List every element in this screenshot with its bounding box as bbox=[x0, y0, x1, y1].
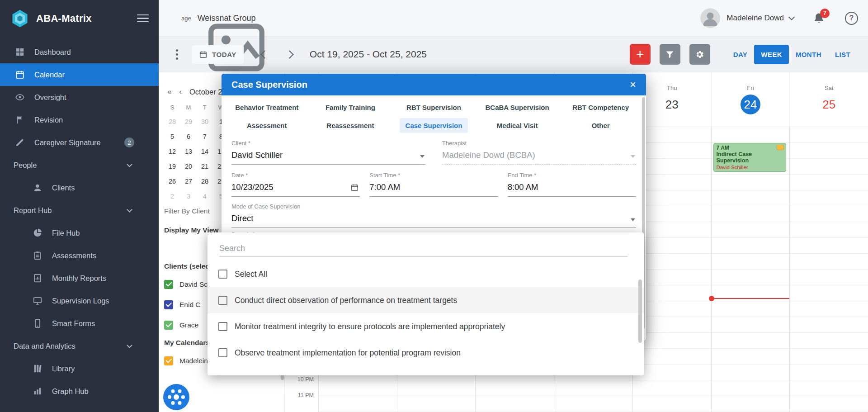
sidebar-item[interactable]: Assessments bbox=[0, 244, 159, 267]
settings-button[interactable] bbox=[689, 44, 710, 65]
mini-calendar-day[interactable]: 3 bbox=[180, 189, 197, 204]
client-checkbox[interactable] bbox=[164, 300, 173, 309]
calendar-event[interactable]: 7 AM Indirect Case Supervision David Sch… bbox=[713, 143, 787, 172]
help-button[interactable]: ? bbox=[845, 12, 858, 25]
mini-calendar-day[interactable]: 21 bbox=[197, 159, 213, 174]
client-checkbox[interactable] bbox=[164, 321, 173, 330]
sidebar-item-label: Revision bbox=[34, 116, 63, 124]
search-input[interactable] bbox=[219, 241, 627, 256]
hamburger-menu-icon[interactable] bbox=[137, 10, 149, 27]
option-checkbox[interactable] bbox=[218, 270, 227, 279]
sidebar-item[interactable]: Library bbox=[0, 357, 159, 380]
view-button[interactable]: DAY bbox=[726, 45, 755, 64]
sidebar-item[interactable]: Supervision Logs bbox=[0, 289, 159, 312]
mini-calendar-day[interactable]: 13 bbox=[180, 144, 197, 159]
sidebar-item[interactable]: Revision bbox=[0, 109, 159, 131]
appointment-type-tab[interactable]: RBT Competency bbox=[559, 99, 642, 115]
mini-calendar-day[interactable]: 27 bbox=[180, 174, 197, 189]
option-checkbox[interactable] bbox=[218, 348, 227, 357]
tab-label: Family Training bbox=[320, 100, 381, 115]
mini-calendar-day[interactable]: 28 bbox=[164, 114, 180, 129]
appointment-type-tab[interactable]: RBT Supervision bbox=[392, 99, 476, 115]
sidebar-item[interactable]: Caregiver Signature 2 bbox=[0, 131, 159, 154]
close-icon[interactable]: × bbox=[630, 79, 636, 90]
sidebar-item[interactable]: People bbox=[0, 154, 159, 176]
appointment-type-tab[interactable]: Behavior Treatment bbox=[225, 99, 309, 115]
mini-calendar-day[interactable]: 5 bbox=[164, 129, 180, 144]
appointment-type-tab[interactable]: Medical Visit bbox=[476, 117, 559, 133]
option-row[interactable]: Monitor treatment integrity to ensure pr… bbox=[208, 313, 644, 340]
mini-calendar-day[interactable]: 14 bbox=[197, 144, 213, 159]
appointment-type-tab[interactable]: Other bbox=[559, 117, 642, 133]
option-checkbox[interactable] bbox=[218, 296, 227, 305]
dashboard-icon bbox=[15, 47, 25, 57]
sidebar-item[interactable]: Report Hub bbox=[0, 199, 159, 222]
client-checkbox[interactable] bbox=[164, 280, 173, 289]
therapist-field: Therapist Madeleine Dowd (BCBA) bbox=[442, 140, 636, 165]
calendar-checkbox[interactable] bbox=[164, 356, 173, 365]
user-name[interactable]: Madeleine Dowd bbox=[726, 14, 784, 23]
previous-year-button[interactable]: « bbox=[164, 87, 175, 96]
mini-calendar-day[interactable]: 4 bbox=[197, 189, 213, 204]
mini-calendar-day[interactable]: 30 bbox=[197, 114, 213, 129]
end-time-input[interactable]: 8:00 AM bbox=[508, 179, 636, 197]
assistant-fab-button[interactable] bbox=[163, 384, 189, 410]
mini-calendar-day[interactable]: 26 bbox=[164, 174, 180, 189]
option-checkbox[interactable] bbox=[218, 322, 227, 331]
option-row[interactable]: Observe treatment implementation for pot… bbox=[208, 340, 644, 366]
mini-calendar-day[interactable]: 20 bbox=[180, 159, 197, 174]
sidebar-item[interactable]: Data and Analytics bbox=[0, 335, 159, 357]
client-select[interactable]: David Schiller bbox=[231, 147, 425, 165]
previous-month-button[interactable]: ‹ bbox=[175, 87, 186, 96]
sidebar-item[interactable]: Calendar bbox=[0, 63, 159, 86]
mini-calendar-day[interactable]: 19 bbox=[164, 159, 180, 174]
today-button[interactable]: TODAY bbox=[192, 45, 244, 64]
user-avatar[interactable] bbox=[700, 8, 720, 28]
day-header[interactable]: Fri 24 bbox=[711, 72, 790, 127]
mode-select[interactable]: Direct bbox=[231, 210, 636, 228]
view-button[interactable]: LIST bbox=[828, 45, 857, 64]
more-options-icon[interactable] bbox=[176, 47, 178, 62]
end-time-field-label: End Time * bbox=[508, 172, 636, 179]
sidebar-item[interactable]: Oversight bbox=[0, 86, 159, 109]
broken-image-icon bbox=[169, 14, 178, 23]
therapist-field-label: Therapist bbox=[442, 140, 636, 147]
hour-slot[interactable] bbox=[318, 396, 868, 412]
sidebar-item[interactable]: Smart Forms bbox=[0, 312, 159, 335]
options-scrollbar[interactable] bbox=[638, 279, 642, 343]
sidebar-item[interactable]: File Hub bbox=[0, 222, 159, 244]
appointment-type-tab[interactable]: Assessment bbox=[225, 117, 309, 133]
sidebar-item[interactable]: Graph Hub bbox=[0, 380, 159, 403]
start-time-field-label: Start Time * bbox=[369, 172, 498, 179]
mini-calendar-day[interactable]: 7 bbox=[197, 129, 213, 144]
date-input[interactable]: 10/23/2025 bbox=[231, 179, 360, 197]
option-row[interactable]: Conduct direct observation of performanc… bbox=[208, 287, 644, 313]
calendar-icon bbox=[15, 70, 25, 80]
calendar-picker-icon[interactable] bbox=[350, 183, 359, 192]
mini-calendar-day[interactable]: 12 bbox=[164, 144, 180, 159]
mini-calendar-day[interactable]: 29 bbox=[180, 114, 197, 129]
appointment-type-tab[interactable]: Case Supervision bbox=[392, 117, 476, 133]
appointment-type-tab[interactable]: Reassessment bbox=[309, 117, 392, 133]
mini-calendar-day[interactable]: 6 bbox=[180, 129, 197, 144]
client-name: Enid C bbox=[179, 301, 201, 309]
sidebar-item[interactable]: Clients bbox=[0, 176, 159, 199]
view-button[interactable]: MONTH bbox=[789, 45, 828, 64]
filter-button[interactable] bbox=[660, 44, 680, 65]
appointment-type-tab[interactable]: Family Training bbox=[309, 99, 392, 115]
appointment-type-tab[interactable]: BCaBA Supervision bbox=[476, 99, 559, 115]
chevron-down-icon[interactable] bbox=[788, 14, 795, 20]
mini-calendar-day[interactable]: 28 bbox=[197, 174, 213, 189]
notifications-button[interactable]: 7 bbox=[813, 12, 825, 24]
sidebar-item[interactable]: Monthly Reports bbox=[0, 267, 159, 289]
mini-calendar-day[interactable]: 2 bbox=[164, 189, 180, 204]
add-event-button[interactable]: + bbox=[630, 44, 651, 65]
option-row[interactable]: Select All bbox=[208, 261, 644, 287]
mini-calendar-day-number: 29 bbox=[182, 115, 195, 128]
start-time-input[interactable]: 7:00 AM bbox=[369, 179, 498, 197]
view-button[interactable]: WEEK bbox=[754, 45, 789, 64]
day-header[interactable]: Sat 25 bbox=[789, 72, 868, 127]
person-icon bbox=[33, 183, 42, 193]
hour-slot[interactable] bbox=[318, 380, 868, 396]
sidebar-item[interactable]: Dashboard bbox=[0, 41, 159, 63]
